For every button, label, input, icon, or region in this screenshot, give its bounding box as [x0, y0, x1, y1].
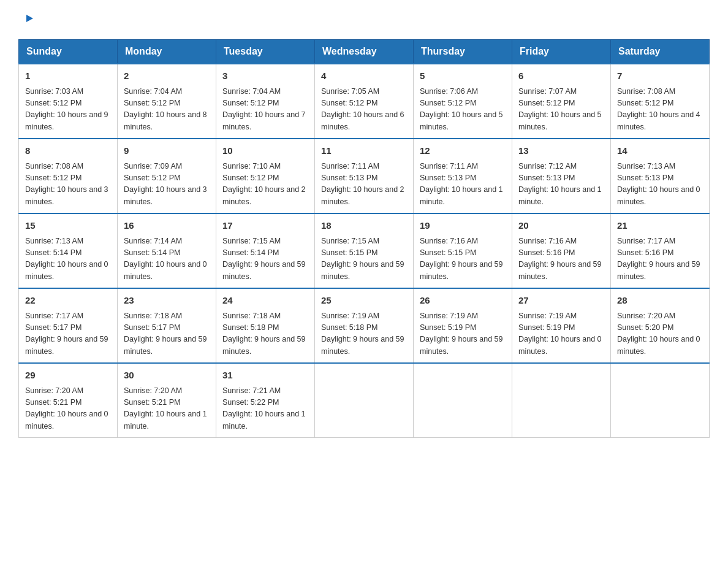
calendar-cell: 21 Sunrise: 7:17 AMSunset: 5:16 PMDaylig… [611, 213, 710, 288]
day-number: 26 [420, 294, 506, 308]
day-number: 6 [518, 69, 604, 83]
day-header-friday: Friday [512, 40, 611, 64]
day-number: 24 [222, 294, 308, 308]
day-header-sunday: Sunday [19, 40, 118, 64]
day-number: 9 [124, 144, 210, 158]
day-info: Sunrise: 7:16 AMSunset: 5:16 PMDaylight:… [518, 236, 604, 283]
day-number: 15 [25, 219, 111, 233]
calendar-cell: 9 Sunrise: 7:09 AMSunset: 5:12 PMDayligh… [118, 139, 216, 213]
day-number: 31 [222, 369, 308, 383]
day-number: 25 [321, 294, 407, 308]
day-info: Sunrise: 7:13 AMSunset: 5:14 PMDaylight:… [25, 236, 111, 283]
day-info: Sunrise: 7:11 AMSunset: 5:13 PMDaylight:… [420, 161, 506, 209]
day-number: 29 [25, 369, 111, 383]
day-number: 28 [617, 294, 703, 308]
calendar-week-row: 1 Sunrise: 7:03 AMSunset: 5:12 PMDayligh… [19, 64, 710, 139]
day-info: Sunrise: 7:12 AMSunset: 5:13 PMDaylight:… [518, 161, 604, 209]
day-number: 8 [25, 144, 111, 158]
day-info: Sunrise: 7:05 AMSunset: 5:12 PMDaylight:… [321, 86, 407, 134]
calendar-week-row: 22 Sunrise: 7:17 AMSunset: 5:17 PMDaylig… [19, 288, 710, 363]
day-info: Sunrise: 7:15 AMSunset: 5:15 PMDaylight:… [321, 236, 407, 283]
day-info: Sunrise: 7:21 AMSunset: 5:22 PMDaylight:… [222, 385, 308, 433]
calendar-cell: 7 Sunrise: 7:08 AMSunset: 5:12 PMDayligh… [611, 64, 710, 139]
calendar-cell: 1 Sunrise: 7:03 AMSunset: 5:12 PMDayligh… [19, 64, 118, 139]
day-number: 30 [124, 369, 210, 383]
day-info: Sunrise: 7:04 AMSunset: 5:12 PMDaylight:… [222, 86, 308, 134]
calendar-cell: 8 Sunrise: 7:08 AMSunset: 5:12 PMDayligh… [19, 139, 118, 213]
calendar-cell: 17 Sunrise: 7:15 AMSunset: 5:14 PMDaylig… [216, 213, 315, 288]
calendar-week-row: 29 Sunrise: 7:20 AMSunset: 5:21 PMDaylig… [19, 363, 710, 438]
page-header [18, 12, 710, 27]
day-info: Sunrise: 7:08 AMSunset: 5:12 PMDaylight:… [25, 161, 111, 209]
calendar-cell: 4 Sunrise: 7:05 AMSunset: 5:12 PMDayligh… [315, 64, 414, 139]
calendar-header-row: SundayMondayTuesdayWednesdayThursdayFrid… [19, 40, 710, 64]
calendar-cell: 26 Sunrise: 7:19 AMSunset: 5:19 PMDaylig… [414, 288, 512, 363]
day-info: Sunrise: 7:18 AMSunset: 5:18 PMDaylight:… [222, 310, 308, 358]
day-number: 12 [420, 144, 506, 158]
calendar-cell: 14 Sunrise: 7:13 AMSunset: 5:13 PMDaylig… [611, 139, 710, 213]
day-number: 19 [420, 219, 506, 233]
day-number: 27 [518, 294, 604, 308]
calendar-cell: 13 Sunrise: 7:12 AMSunset: 5:13 PMDaylig… [512, 139, 611, 213]
calendar-cell: 27 Sunrise: 7:19 AMSunset: 5:19 PMDaylig… [512, 288, 611, 363]
calendar-cell: 24 Sunrise: 7:18 AMSunset: 5:18 PMDaylig… [216, 288, 315, 363]
day-number: 4 [321, 69, 407, 83]
day-number: 1 [25, 69, 111, 83]
calendar-cell: 29 Sunrise: 7:20 AMSunset: 5:21 PMDaylig… [19, 363, 118, 438]
day-number: 18 [321, 219, 407, 233]
calendar-cell: 25 Sunrise: 7:19 AMSunset: 5:18 PMDaylig… [315, 288, 414, 363]
calendar-table: SundayMondayTuesdayWednesdayThursdayFrid… [18, 39, 710, 438]
day-info: Sunrise: 7:18 AMSunset: 5:17 PMDaylight:… [124, 310, 210, 358]
day-info: Sunrise: 7:07 AMSunset: 5:12 PMDaylight:… [518, 86, 604, 134]
calendar-cell: 6 Sunrise: 7:07 AMSunset: 5:12 PMDayligh… [512, 64, 611, 139]
day-info: Sunrise: 7:03 AMSunset: 5:12 PMDaylight:… [25, 86, 111, 134]
day-info: Sunrise: 7:19 AMSunset: 5:18 PMDaylight:… [321, 310, 407, 358]
calendar-cell: 2 Sunrise: 7:04 AMSunset: 5:12 PMDayligh… [118, 64, 216, 139]
day-number: 3 [222, 69, 308, 83]
day-header-thursday: Thursday [414, 40, 512, 64]
calendar-cell [611, 363, 710, 438]
calendar-cell [414, 363, 512, 438]
day-info: Sunrise: 7:04 AMSunset: 5:12 PMDaylight:… [124, 86, 210, 134]
day-header-saturday: Saturday [611, 40, 710, 64]
day-info: Sunrise: 7:19 AMSunset: 5:19 PMDaylight:… [420, 310, 506, 358]
day-number: 22 [25, 294, 111, 308]
day-header-tuesday: Tuesday [216, 40, 315, 64]
day-number: 7 [617, 69, 703, 83]
calendar-cell: 22 Sunrise: 7:17 AMSunset: 5:17 PMDaylig… [19, 288, 118, 363]
day-info: Sunrise: 7:14 AMSunset: 5:14 PMDaylight:… [124, 236, 210, 283]
day-info: Sunrise: 7:13 AMSunset: 5:13 PMDaylight:… [617, 161, 703, 209]
calendar-cell: 12 Sunrise: 7:11 AMSunset: 5:13 PMDaylig… [414, 139, 512, 213]
calendar-cell: 15 Sunrise: 7:13 AMSunset: 5:14 PMDaylig… [19, 213, 118, 288]
day-number: 13 [518, 144, 604, 158]
calendar-cell: 5 Sunrise: 7:06 AMSunset: 5:12 PMDayligh… [414, 64, 512, 139]
day-info: Sunrise: 7:10 AMSunset: 5:12 PMDaylight:… [222, 161, 308, 209]
day-info: Sunrise: 7:20 AMSunset: 5:20 PMDaylight:… [617, 310, 703, 358]
logo-flag-icon [20, 13, 33, 27]
calendar-cell: 23 Sunrise: 7:18 AMSunset: 5:17 PMDaylig… [118, 288, 216, 363]
day-number: 23 [124, 294, 210, 308]
day-info: Sunrise: 7:17 AMSunset: 5:16 PMDaylight:… [617, 236, 703, 283]
calendar-cell: 19 Sunrise: 7:16 AMSunset: 5:15 PMDaylig… [414, 213, 512, 288]
day-number: 16 [124, 219, 210, 233]
calendar-cell: 28 Sunrise: 7:20 AMSunset: 5:20 PMDaylig… [611, 288, 710, 363]
calendar-cell: 18 Sunrise: 7:15 AMSunset: 5:15 PMDaylig… [315, 213, 414, 288]
day-number: 20 [518, 219, 604, 233]
day-info: Sunrise: 7:17 AMSunset: 5:17 PMDaylight:… [25, 310, 111, 358]
calendar-cell: 11 Sunrise: 7:11 AMSunset: 5:13 PMDaylig… [315, 139, 414, 213]
day-info: Sunrise: 7:09 AMSunset: 5:12 PMDaylight:… [124, 161, 210, 209]
logo [18, 12, 33, 27]
calendar-cell: 10 Sunrise: 7:10 AMSunset: 5:12 PMDaylig… [216, 139, 315, 213]
day-number: 10 [222, 144, 308, 158]
day-header-wednesday: Wednesday [315, 40, 414, 64]
day-info: Sunrise: 7:06 AMSunset: 5:12 PMDaylight:… [420, 86, 506, 134]
day-number: 2 [124, 69, 210, 83]
day-info: Sunrise: 7:19 AMSunset: 5:19 PMDaylight:… [518, 310, 604, 358]
day-info: Sunrise: 7:08 AMSunset: 5:12 PMDaylight:… [617, 86, 703, 134]
day-number: 17 [222, 219, 308, 233]
svg-marker-0 [26, 15, 33, 22]
calendar-cell: 16 Sunrise: 7:14 AMSunset: 5:14 PMDaylig… [118, 213, 216, 288]
day-info: Sunrise: 7:15 AMSunset: 5:14 PMDaylight:… [222, 236, 308, 283]
calendar-cell: 30 Sunrise: 7:20 AMSunset: 5:21 PMDaylig… [118, 363, 216, 438]
calendar-week-row: 8 Sunrise: 7:08 AMSunset: 5:12 PMDayligh… [19, 139, 710, 213]
